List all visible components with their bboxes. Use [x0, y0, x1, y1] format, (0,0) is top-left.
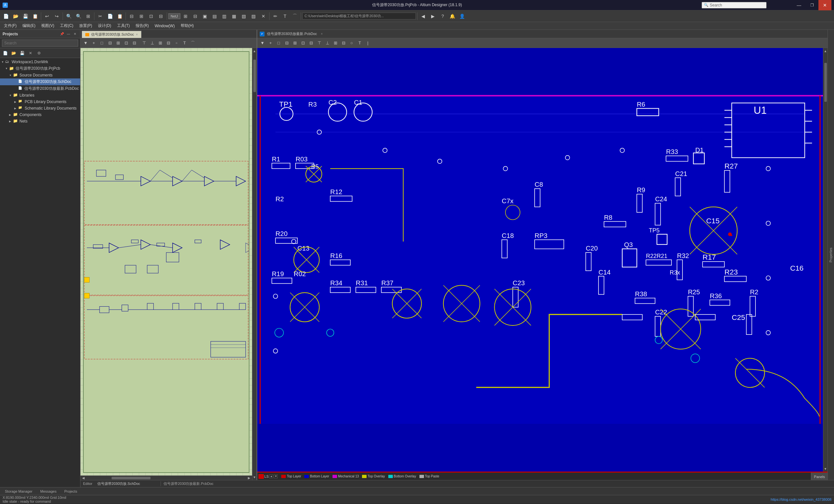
- sch-doc-item[interactable]: ▶ 📄 信号源带2030功放.SchDoc: [0, 78, 80, 85]
- sch-canvas-main[interactable]: ◀ ▶: [81, 48, 252, 480]
- pcb-tab-close[interactable]: ×: [321, 32, 323, 36]
- toolbar-btn-8[interactable]: ▤: [210, 12, 219, 21]
- sch-canvas-area[interactable]: [81, 48, 252, 476]
- pcb-inspect-btn[interactable]: ⊡: [299, 39, 307, 47]
- proj-new-button[interactable]: 📄: [1, 49, 9, 57]
- toolbar-btn-net[interactable]: ⊟: [156, 12, 166, 21]
- toolbar-btn-align[interactable]: ⊟: [127, 12, 136, 21]
- pcb-vscrollbar[interactable]: ▲ ▼: [823, 48, 828, 472]
- menu-tools[interactable]: 工具(T): [114, 22, 132, 29]
- layer-bottom-overlay[interactable]: Bottom Overlay: [387, 474, 417, 478]
- pcb-vscroll-thumb[interactable]: [824, 63, 827, 102]
- pcb-btn-2[interactable]: ⊥: [324, 39, 331, 47]
- sch-align-btn[interactable]: ⊟: [106, 39, 114, 47]
- sch-filter-btn[interactable]: ▼: [82, 39, 90, 47]
- sch-lib-item[interactable]: ▶ 📁 Schematic Library Documents: [0, 105, 80, 112]
- menu-edit[interactable]: 编辑(E): [20, 22, 38, 29]
- libraries-item[interactable]: ▼ 📁 Libraries: [0, 92, 80, 98]
- layer-top-overlay[interactable]: Top Overlay: [361, 474, 386, 478]
- proj-open-button[interactable]: 📂: [10, 49, 18, 57]
- pcb-vscroll-arrow-down[interactable]: ▼: [824, 466, 827, 471]
- pcb-vscroll-arrow-up[interactable]: ▲: [824, 49, 827, 53]
- project-item[interactable]: ▼ 📁 信号源带2030功放.PrjPcb: [0, 65, 80, 72]
- layer-mechanical-13[interactable]: Mechanical 13: [331, 474, 360, 478]
- toolbar-btn-comp[interactable]: ⊡: [147, 12, 156, 21]
- sch-hscrollbar[interactable]: ◀ ▶: [81, 476, 252, 480]
- toolbar-btn-route[interactable]: ⊞: [137, 12, 146, 21]
- bottom-tab-storage[interactable]: Storage Manager: [1, 488, 36, 494]
- pcb-btn-3[interactable]: ⊞: [331, 39, 339, 47]
- open-file-button[interactable]: 📂: [11, 12, 20, 21]
- maximize-button[interactable]: ❐: [806, 0, 818, 10]
- layer-active-indicator[interactable]: LS ▲ ▼: [259, 474, 278, 479]
- zoom-in-button[interactable]: 🔍: [64, 12, 73, 21]
- toolbar-btn-draw[interactable]: ✏: [271, 12, 280, 21]
- pcb-btn-1[interactable]: ⊤: [315, 39, 323, 47]
- status-right-link[interactable]: https://blog.csdn.net/weixin_43738008: [771, 498, 831, 501]
- panels-button[interactable]: Panels: [811, 473, 828, 480]
- paste-button[interactable]: 📋: [115, 12, 124, 21]
- notify-icon[interactable]: 🔔: [448, 12, 457, 21]
- pcb-route-btn[interactable]: □: [275, 39, 283, 47]
- proj-save-button[interactable]: 💾: [18, 49, 26, 57]
- menu-report[interactable]: 报告(R): [133, 22, 152, 29]
- sch-join-btn[interactable]: ⊥: [148, 39, 156, 47]
- menu-window[interactable]: Window(W): [152, 23, 177, 29]
- save-button[interactable]: 💾: [21, 12, 30, 21]
- right-panel-handle[interactable]: Properties: [828, 30, 834, 480]
- sch-pin-btn[interactable]: ⊤: [140, 39, 148, 47]
- menu-project[interactable]: 工程(C): [58, 22, 76, 29]
- sch-align2-btn[interactable]: ⊞: [114, 39, 122, 47]
- menu-view[interactable]: 视图(V): [39, 22, 57, 29]
- bottom-tab-messages[interactable]: Messages: [37, 488, 60, 494]
- pcb-btn-7[interactable]: |: [364, 39, 372, 47]
- copy-button[interactable]: 📄: [105, 12, 114, 21]
- pcb-btn-6[interactable]: T: [356, 39, 364, 47]
- close-button[interactable]: ✕: [818, 0, 831, 10]
- layer-top-layer[interactable]: Top Layer: [280, 474, 302, 478]
- sch-btn-2[interactable]: ⊟: [164, 39, 172, 47]
- panel-pin-button[interactable]: 📌: [59, 31, 65, 37]
- sch-vscroll-arrow-up[interactable]: ▲: [253, 49, 256, 53]
- sch-arc-btn[interactable]: ⌒: [189, 39, 197, 47]
- sch-add-rect-btn[interactable]: □: [98, 39, 106, 47]
- sch-align4-btn[interactable]: ⊟: [130, 39, 138, 47]
- new-file-button[interactable]: 📄: [1, 12, 10, 21]
- bottom-tab-projects[interactable]: Projects: [61, 488, 81, 494]
- minimize-button[interactable]: —: [792, 0, 806, 10]
- pcb-add-btn[interactable]: +: [267, 39, 275, 47]
- toolbar-btn-11[interactable]: ▧: [239, 12, 248, 21]
- toolbar-btn-text[interactable]: T: [281, 12, 290, 21]
- panel-close-button[interactable]: ✕: [72, 31, 78, 37]
- workspace-item[interactable]: ▼ 🗂 Workspace1.DsnWrk: [0, 59, 80, 65]
- pcb-canvas-main[interactable]: U1: [257, 48, 823, 472]
- title-search-bar[interactable]: 🔍 Search: [702, 2, 767, 8]
- panel-minimize-button[interactable]: —: [66, 31, 71, 37]
- source-docs-item[interactable]: ▼ 📁 Source Documents: [0, 72, 80, 78]
- pcb-lib-item[interactable]: ▶ 📁 PCB Library Documents: [0, 98, 80, 105]
- toolbar-btn-13[interactable]: ✕: [259, 12, 268, 21]
- pcb-btn-5[interactable]: ○: [348, 39, 355, 47]
- components-item[interactable]: ▶ 📁 Components: [0, 112, 80, 118]
- toolbar-btn-9[interactable]: ▥: [220, 12, 229, 21]
- sch-add-wire-btn[interactable]: +: [90, 39, 97, 47]
- pcb-3d-btn[interactable]: ⊞: [291, 39, 299, 47]
- sch-tab-close[interactable]: ×: [136, 33, 138, 36]
- proj-settings-button[interactable]: ⚙: [35, 49, 43, 57]
- sch-scroll-arrow-right[interactable]: ▶: [247, 477, 251, 480]
- redo-button[interactable]: ↪: [52, 12, 61, 21]
- zoom-out-button[interactable]: 🔍: [74, 12, 83, 21]
- toolbar-btn-12[interactable]: ▨: [249, 12, 258, 21]
- proj-close-button[interactable]: ✕: [27, 49, 35, 57]
- sch-label-btn[interactable]: ○: [173, 39, 180, 47]
- menu-design[interactable]: 设计(D): [95, 22, 114, 29]
- sch-vscroll-thumb[interactable]: [253, 60, 256, 92]
- toolbar-btn-6[interactable]: ⊟: [191, 12, 200, 21]
- layer-top-paste[interactable]: Top Paste: [418, 474, 440, 478]
- nav-back-button[interactable]: ◀: [419, 12, 428, 21]
- layer-bottom-layer[interactable]: Bottom Layer: [303, 474, 330, 478]
- sch-scroll-thumb[interactable]: [112, 477, 151, 479]
- sch-align3-btn[interactable]: ⊡: [122, 39, 130, 47]
- sch-text-btn[interactable]: T: [181, 39, 189, 47]
- menu-place[interactable]: 放置(P): [76, 22, 95, 29]
